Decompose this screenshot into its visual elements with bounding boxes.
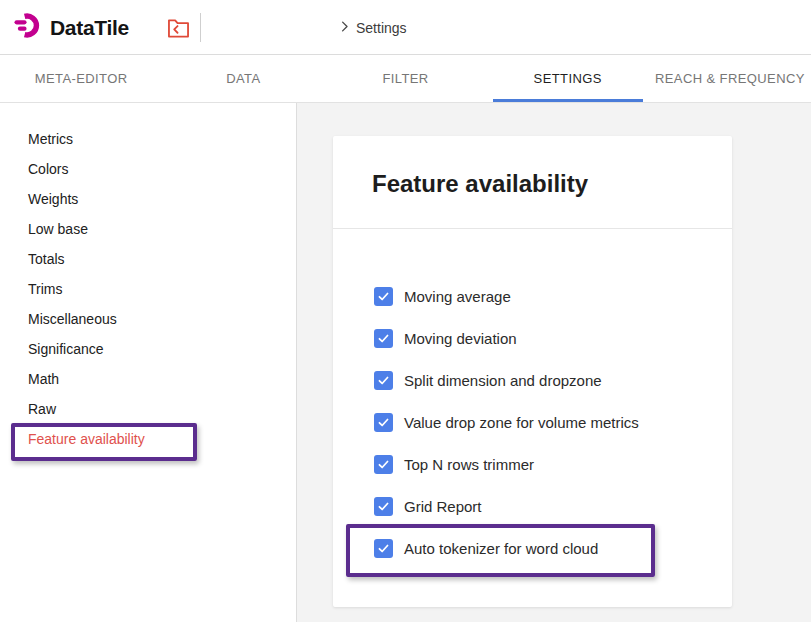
- sidebar-item[interactable]: Low base: [0, 214, 296, 244]
- datatile-logo-icon: [14, 12, 43, 43]
- brand-logo[interactable]: DataTile: [14, 12, 129, 43]
- checkbox-checked-icon[interactable]: [374, 497, 393, 516]
- sidebar-item[interactable]: Colors: [0, 154, 296, 184]
- sidebar-item[interactable]: Weights: [0, 184, 296, 214]
- feature-label: Split dimension and dropzone: [404, 372, 602, 389]
- checkbox-checked-icon[interactable]: [374, 371, 393, 390]
- feature-label: Auto tokenizer for word cloud: [404, 540, 598, 557]
- sidebar-item[interactable]: Miscellaneous: [0, 304, 296, 334]
- checkbox-checked-icon[interactable]: [374, 329, 393, 348]
- checkbox-checked-icon[interactable]: [374, 287, 393, 306]
- sidebar-item[interactable]: Trims: [0, 274, 296, 304]
- feature-row: Auto tokenizer for word cloud: [374, 539, 732, 558]
- folder-back-icon[interactable]: [167, 17, 190, 38]
- feature-row: Moving deviation: [374, 329, 732, 348]
- sidebar-item[interactable]: Feature availability: [0, 424, 296, 454]
- feature-row: Top N rows trimmer: [374, 455, 732, 474]
- header-divider: [200, 13, 201, 42]
- feature-row: Grid Report: [374, 497, 732, 516]
- tab[interactable]: FILTER: [324, 55, 486, 102]
- settings-body: Metrics Colors Weights Low base Totals T…: [0, 103, 811, 622]
- breadcrumb-item-settings[interactable]: Settings: [356, 20, 407, 36]
- active-tab-underline: [493, 99, 643, 102]
- sidebar-item[interactable]: Math: [0, 364, 296, 394]
- checkbox-checked-icon[interactable]: [374, 455, 393, 474]
- feature-label: Top N rows trimmer: [404, 456, 534, 473]
- feature-row: Value drop zone for volume metrics: [374, 413, 732, 432]
- tab[interactable]: SETTINGS: [487, 55, 649, 102]
- tab[interactable]: META-EDITOR: [0, 55, 162, 102]
- brand-name: DataTile: [50, 16, 129, 40]
- sidebar-item[interactable]: Metrics: [0, 124, 296, 154]
- breadcrumb: Settings: [337, 19, 407, 37]
- checkbox-checked-icon[interactable]: [374, 413, 393, 432]
- tab-label: SETTINGS: [534, 71, 602, 86]
- checkbox-checked-icon[interactable]: [374, 539, 393, 558]
- tab-label: META-EDITOR: [35, 71, 128, 86]
- tab-label: REACH & FREQUENCY: [655, 71, 805, 86]
- feature-label: Grid Report: [404, 498, 482, 515]
- feature-label: Value drop zone for volume metrics: [404, 414, 639, 431]
- chevron-right-icon: [337, 19, 352, 37]
- feature-row: Split dimension and dropzone: [374, 371, 732, 390]
- tab-label: DATA: [226, 71, 260, 86]
- feature-label: Moving average: [404, 288, 511, 305]
- tab[interactable]: REACH & FREQUENCY: [649, 55, 811, 102]
- tab[interactable]: DATA: [162, 55, 324, 102]
- sidebar-item[interactable]: Significance: [0, 334, 296, 364]
- tab-bar: META-EDITOR DATA FILTER SETTINGS REACH &…: [0, 55, 811, 103]
- feature-availability-card: Feature availability Moving average: [333, 136, 732, 607]
- panel-title: Feature availability: [333, 136, 732, 198]
- sidebar-item[interactable]: Raw: [0, 394, 296, 424]
- settings-sidebar: Metrics Colors Weights Low base Totals T…: [0, 103, 297, 622]
- settings-content: Feature availability Moving average: [297, 103, 811, 622]
- feature-row: Moving average: [374, 287, 732, 306]
- feature-label: Moving deviation: [404, 330, 517, 347]
- feature-list: Moving average Moving deviation: [333, 229, 732, 558]
- sidebar-item[interactable]: Totals: [0, 244, 296, 274]
- tab-label: FILTER: [382, 71, 428, 86]
- datatile-app: DataTile Settings META-EDITOR: [0, 0, 811, 624]
- app-header: DataTile Settings: [0, 0, 811, 55]
